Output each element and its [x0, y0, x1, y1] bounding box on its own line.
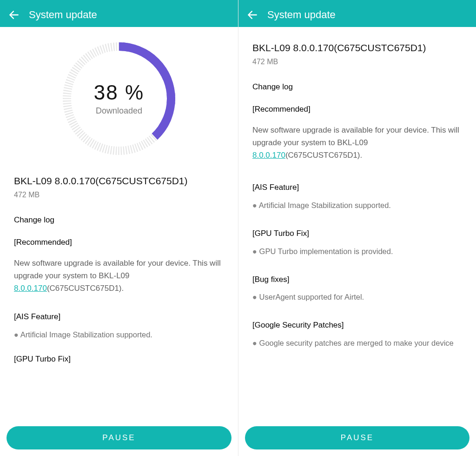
update-size: 472 MB: [252, 56, 462, 67]
changelog-heading: Change log: [14, 215, 224, 226]
pause-button[interactable]: PAUSE: [7, 426, 231, 449]
bullet-dot-icon: ●: [252, 339, 259, 347]
section-ais: [AIS Feature]: [252, 182, 462, 194]
progress-status: Downloaded: [59, 106, 179, 116]
ais-bullet: ● Artificial Image Stabilization support…: [252, 200, 462, 211]
section-ais: [AIS Feature]: [14, 311, 224, 323]
bottom-bar: PAUSE: [238, 421, 476, 456]
update-version: BKL-L09 8.0.0.170(C675CUSTC675D1): [252, 41, 462, 55]
paragraph-pre: New software upgrade is available for yo…: [14, 259, 221, 280]
bug-bullet-text: UserAgent supported for Airtel.: [259, 293, 364, 301]
bottom-bar: PAUSE: [0, 421, 238, 456]
recommended-paragraph: New software upgrade is available for yo…: [14, 257, 224, 295]
page-title: System update: [267, 9, 336, 21]
gpu-bullet: ● GPU Turbo implementation is provided.: [252, 246, 462, 257]
section-recommended: [Recommended]: [252, 104, 462, 115]
ais-bullet: ● Artificial Image Stabilization support…: [14, 329, 224, 341]
app-bar: System update: [238, 0, 476, 27]
changelog: BKL-L09 8.0.0.170(C675CUSTC675D1) 472 MB…: [238, 27, 476, 364]
screen-right: System update BKL-L09 8.0.0.170(C675CUST…: [238, 0, 476, 456]
bullet-dot-icon: ●: [14, 330, 20, 339]
progress-ring: 38 % Downloaded: [59, 38, 179, 159]
paragraph-post: (C675CUSTC675D1).: [285, 151, 362, 160]
bug-bullet: ● UserAgent supported for Airtel.: [252, 292, 462, 303]
section-gpu: [GPU Turbo Fix]: [252, 228, 462, 240]
progress-percent: 38 %: [59, 81, 179, 104]
content-scroll[interactable]: 38 % Downloaded BKL-L09 8.0.0.170(C675CU…: [0, 27, 238, 422]
version-link[interactable]: 8.0.0.170: [252, 151, 285, 160]
bullet-dot-icon: ●: [252, 247, 259, 255]
bullet-dot-icon: ●: [252, 293, 259, 301]
gpu-bullet-text: GPU Turbo implementation is provided.: [259, 247, 393, 255]
changelog: BKL-L09 8.0.0.170(C675CUSTC675D1) 472 MB…: [0, 165, 238, 376]
version-link[interactable]: 8.0.0.170: [14, 284, 47, 293]
ais-bullet-text: Artificial Image Stabilization supported…: [259, 201, 391, 209]
pause-button[interactable]: PAUSE: [245, 426, 469, 449]
changelog-heading: Change log: [252, 81, 462, 93]
app-bar: System update: [0, 0, 238, 27]
arrow-left-icon: [246, 9, 258, 21]
section-security-patches: [Google Security Patches]: [252, 320, 462, 331]
arrow-left-icon: [8, 9, 20, 21]
update-version: BKL-L09 8.0.0.170(C675CUSTC675D1): [14, 174, 224, 188]
gsp-bullet: ● Google security patches are merged to …: [252, 338, 462, 349]
ais-bullet-text: Artificial Image Stabilization supported…: [20, 330, 152, 339]
recommended-paragraph: New software upgrade is available for yo…: [252, 124, 462, 162]
section-gpu: [GPU Turbo Fix]: [14, 354, 224, 365]
content-scroll[interactable]: BKL-L09 8.0.0.170(C675CUSTC675D1) 472 MB…: [238, 27, 476, 422]
section-bugfixes: [Bug fixes]: [252, 274, 462, 286]
bullet-dot-icon: ●: [252, 201, 259, 209]
back-button[interactable]: [244, 7, 261, 23]
paragraph-pre: New software upgrade is available for yo…: [252, 126, 459, 147]
screen-left: System update 38 % Downloaded: [0, 0, 238, 456]
download-progress: 38 % Downloaded: [0, 27, 238, 165]
paragraph-post: (C675CUSTC675D1).: [47, 284, 124, 293]
back-button[interactable]: [6, 7, 22, 23]
page-title: System update: [29, 9, 97, 21]
gsp-bullet-text: Google security patches are merged to ma…: [259, 339, 454, 347]
section-recommended: [Recommended]: [14, 237, 224, 248]
update-size: 472 MB: [14, 189, 224, 200]
